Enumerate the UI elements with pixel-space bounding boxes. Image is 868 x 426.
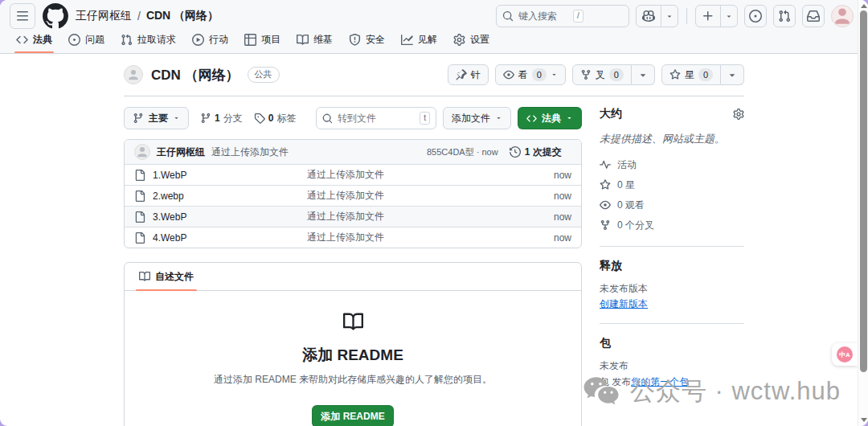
copilot-dropdown[interactable] xyxy=(661,6,678,27)
star-dropdown[interactable] xyxy=(721,64,744,85)
fork-dropdown[interactable] xyxy=(632,64,655,85)
scrollbar-up-arrow[interactable] xyxy=(861,4,867,8)
tab-code[interactable]: 法典 xyxy=(8,32,60,53)
slash-key-hint: / xyxy=(573,10,583,23)
github-logo[interactable] xyxy=(43,3,68,29)
browser-window: 王仔网枢纽 / CDN （网络） / 法 xyxy=(0,0,868,426)
go-to-file-input[interactable] xyxy=(338,113,394,124)
chevron-down-icon xyxy=(566,114,573,121)
tab-actions[interactable]: 行动 xyxy=(184,32,236,53)
header-actions: / xyxy=(496,5,854,27)
activity-link[interactable]: 活动 xyxy=(600,155,744,175)
file-commit-message[interactable]: 通过上传添加文件 xyxy=(307,231,523,244)
table-row[interactable]: 2.webp 通过上传添加文件 now xyxy=(125,185,581,206)
tab-label: 见解 xyxy=(418,33,437,47)
tab-pull-requests[interactable]: 拉取请求 xyxy=(113,32,184,53)
commit-hash-time[interactable]: 855C4DA型 · now xyxy=(427,146,498,158)
file-name[interactable]: 2.webp xyxy=(153,190,184,202)
git-branch-icon xyxy=(133,113,144,124)
add-file-button[interactable]: 添加文件 xyxy=(443,107,511,129)
repo-actions: 针 看 0 叉 0 xyxy=(448,64,744,85)
table-row[interactable]: 1.WebP 通过上传添加文件 now xyxy=(125,164,581,185)
copilot-icon xyxy=(642,10,655,23)
file-table: 王仔网枢纽 通过上传添加文件 855C4DA型 · now 1 次提交 1.We… xyxy=(124,139,582,248)
file-commit-time: now xyxy=(523,170,571,181)
chevron-down-icon xyxy=(495,114,502,121)
tab-settings[interactable]: 设置 xyxy=(445,32,497,53)
tab-wiki[interactable]: 维基 xyxy=(289,32,341,53)
gear-icon[interactable] xyxy=(733,109,744,120)
create-new-button[interactable] xyxy=(695,5,738,27)
search-input[interactable] xyxy=(518,10,568,22)
breadcrumb: 王仔网枢纽 / CDN （网络） xyxy=(76,9,219,23)
star-button-group: 星 0 xyxy=(661,64,744,85)
tab-security[interactable]: 安全 xyxy=(341,32,393,53)
pull-requests-dashboard-button[interactable] xyxy=(773,5,796,27)
star-button[interactable]: 星 0 xyxy=(661,64,721,85)
breadcrumb-owner[interactable]: 王仔网枢纽 xyxy=(76,9,132,23)
commit-count-link[interactable]: 1 次提交 xyxy=(510,145,562,159)
code-download-button[interactable]: 法典 xyxy=(518,107,582,129)
tab-label: 设置 xyxy=(470,33,489,47)
latest-commit-row: 王仔网枢纽 通过上传添加文件 855C4DA型 · now 1 次提交 xyxy=(125,140,581,164)
file-commit-message[interactable]: 通过上传添加文件 xyxy=(307,189,523,203)
file-name[interactable]: 1.WebP xyxy=(153,170,186,181)
code-icon xyxy=(16,34,28,46)
create-release-link[interactable]: 创建新版本 xyxy=(600,298,648,309)
watch-count: 0 xyxy=(532,68,547,81)
readme-empty-description: 通过添加 README 来帮助对此存储库感兴趣的人了解您的项目。 xyxy=(141,373,565,387)
file-name[interactable]: 3.WebP xyxy=(153,211,186,223)
stat-label: 0 观看 xyxy=(617,199,645,212)
chevron-down-icon xyxy=(665,12,674,20)
scrollbar-down-arrow[interactable] xyxy=(861,418,867,422)
watchers-stat[interactable]: 0 观看 xyxy=(600,195,744,215)
issue-opened-icon xyxy=(749,10,762,23)
chevron-down-icon xyxy=(637,69,649,80)
commit-author[interactable]: 王仔网枢纽 xyxy=(157,145,205,159)
fork-button[interactable]: 叉 0 xyxy=(572,64,632,85)
readme-empty-state: 添加 README 通过添加 README 来帮助对此存储库感兴趣的人了解您的项… xyxy=(125,291,581,426)
repo-title[interactable]: CDN （网络） xyxy=(151,66,240,84)
packages-empty-text: 未发布 xyxy=(600,358,744,375)
tab-label: 问题 xyxy=(85,33,104,47)
file-commit-message[interactable]: 通过上传添加文件 xyxy=(307,168,523,182)
hamburger-menu-button[interactable] xyxy=(10,3,35,29)
table-row[interactable]: 4.WebP 通过上传添加文件 now xyxy=(125,227,581,248)
star-icon xyxy=(600,179,611,190)
create-new-dropdown[interactable] xyxy=(720,6,737,27)
branches-link[interactable]: 1 分支 xyxy=(200,112,243,125)
tags-link[interactable]: 0 标签 xyxy=(254,112,297,125)
graph-icon xyxy=(401,34,413,46)
tab-projects[interactable]: 项目 xyxy=(236,32,289,53)
go-to-file-search[interactable]: t xyxy=(316,107,436,129)
global-search[interactable]: / xyxy=(496,5,629,27)
repo-owner-avatar[interactable] xyxy=(124,65,143,84)
file-name[interactable]: 4.WebP xyxy=(153,232,186,244)
add-readme-button[interactable]: 添加 README xyxy=(312,405,393,426)
watch-button[interactable]: 看 0 xyxy=(495,64,566,85)
scrollbar-thumb[interactable] xyxy=(860,10,867,372)
search-icon xyxy=(502,10,514,22)
inbox-button[interactable] xyxy=(802,5,825,27)
file-commit-message[interactable]: 通过上传添加文件 xyxy=(307,210,523,223)
breadcrumb-repo[interactable]: CDN （网络） xyxy=(146,9,219,23)
tab-insights[interactable]: 见解 xyxy=(393,32,445,53)
avatar-image xyxy=(833,7,851,25)
commit-author-avatar[interactable] xyxy=(134,144,150,160)
page-scrollbar[interactable] xyxy=(858,0,868,426)
about-title: 大约 xyxy=(600,107,622,121)
chevron-down-icon xyxy=(551,71,558,78)
branch-selector-button[interactable]: 主要 xyxy=(124,107,189,129)
issues-dashboard-button[interactable] xyxy=(744,5,767,27)
tab-issues[interactable]: 问题 xyxy=(60,32,113,53)
table-row[interactable]: 3.WebP 通过上传添加文件 now xyxy=(125,206,581,227)
translate-button[interactable]: 中A xyxy=(837,346,853,363)
forks-stat[interactable]: 0 个分叉 xyxy=(600,215,744,236)
stars-stat[interactable]: 0 星 xyxy=(600,175,744,195)
user-avatar[interactable] xyxy=(831,5,854,27)
file-icon xyxy=(134,190,145,202)
copilot-button[interactable] xyxy=(636,5,678,27)
pin-button[interactable]: 针 xyxy=(448,64,489,85)
commit-message[interactable]: 通过上传添加文件 xyxy=(211,145,289,159)
readme-tab[interactable]: 自述文件 xyxy=(131,263,202,290)
